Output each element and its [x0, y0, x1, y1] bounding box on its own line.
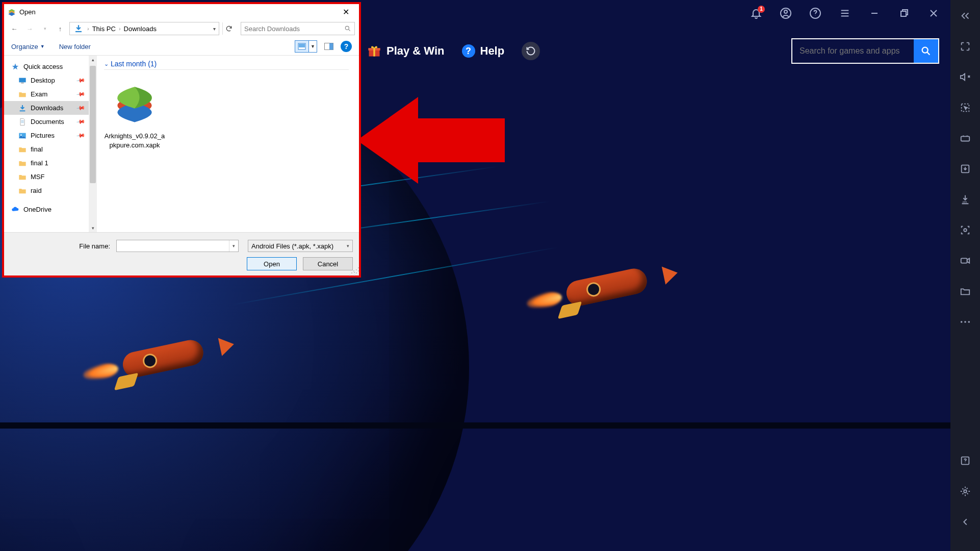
more-icon[interactable] [957, 313, 974, 331]
collapse-sidebar-icon[interactable] [957, 7, 974, 24]
app-search-input[interactable] [792, 39, 914, 63]
sidebar-help-icon[interactable] [957, 452, 974, 469]
rocket-decoration [531, 247, 672, 330]
refresh-button[interactable] [222, 22, 235, 35]
breadcrumb-dropdown[interactable]: ▾ [210, 26, 219, 32]
tree-desktop[interactable]: Desktop📌 [4, 73, 89, 87]
open-dialog-frame: Open ✕ ← → ▾ ↑ › This PC › Downloads ▾ O… [2, 2, 361, 278]
install-apk-icon[interactable] [957, 160, 974, 178]
file-open-dialog: Open ✕ ← → ▾ ↑ › This PC › Downloads ▾ O… [4, 4, 359, 276]
apk-install-icon[interactable]: APK [957, 191, 974, 208]
folder-icon [18, 173, 27, 181]
cancel-button[interactable]: Cancel [303, 257, 353, 270]
media-folder-icon[interactable] [957, 283, 974, 300]
dialog-search-input[interactable] [244, 25, 344, 33]
record-icon[interactable] [957, 252, 974, 269]
nav-up-button[interactable]: ↑ [54, 22, 66, 35]
tree-msf[interactable]: MSF [4, 170, 89, 184]
close-icon[interactable] [924, 4, 943, 23]
view-mode-selector[interactable]: ▼ [295, 40, 317, 53]
minimize-icon[interactable] [865, 4, 884, 23]
view-thumbnails-icon [295, 41, 308, 52]
file-item-arknights[interactable]: Arknights_v0.9.02_apkpure.com.xapk [104, 78, 165, 149]
organize-menu[interactable]: Organize ▼ [11, 43, 45, 51]
app-search [791, 38, 939, 64]
fullscreen-icon[interactable] [957, 38, 974, 55]
tree-quick-access[interactable]: Quick access [4, 60, 89, 73]
onedrive-icon [11, 206, 19, 214]
scroll-up-icon[interactable]: ▴ [89, 56, 97, 64]
file-pane: ⌄ Last month (1) Arknights_v0.9.02_apkpu… [97, 56, 359, 232]
dialog-close-button[interactable]: ✕ [336, 5, 356, 18]
tree-scrollbar[interactable]: ▴ ▾ [89, 56, 97, 232]
account-icon[interactable] [776, 4, 795, 23]
cursor-lock-icon[interactable] [957, 99, 974, 116]
folder-icon [18, 187, 27, 195]
breadcrumb-sep-icon: › [85, 26, 91, 32]
open-button[interactable]: Open [247, 257, 297, 270]
nav-forward-button: → [23, 22, 36, 35]
svg-point-10 [964, 490, 967, 493]
scroll-thumb[interactable] [90, 66, 96, 183]
dialog-body: Quick access Desktop📌 Exam📌 Downloads📌 D… [4, 55, 359, 232]
settings-gear-icon[interactable] [957, 483, 974, 500]
new-folder-button[interactable]: New folder [59, 43, 91, 51]
tree-onedrive[interactable]: OneDrive [4, 203, 89, 216]
svg-point-12 [784, 10, 787, 13]
file-type-filter[interactable]: Android Files (*.apk, *.xapk) ▾ [248, 240, 353, 252]
svg-point-20 [345, 26, 349, 30]
volume-mute-icon[interactable] [957, 68, 974, 86]
file-name-label: Arknights_v0.9.02_apkpure.com.xapk [104, 132, 165, 149]
search-icon [920, 45, 932, 57]
help-link[interactable]: ? Help [462, 44, 505, 58]
tree-documents[interactable]: Documents📌 [4, 115, 89, 129]
file-name-label: File name: [10, 242, 112, 250]
gift-icon [367, 44, 381, 58]
hamburger-menu-icon[interactable] [835, 4, 855, 23]
notifications-icon[interactable]: 1 [746, 4, 766, 23]
breadcrumb-downloads[interactable]: Downloads [123, 25, 158, 33]
tree-raid[interactable]: raid [4, 184, 89, 197]
search-button[interactable] [914, 39, 938, 63]
bluestacks-file-icon [110, 78, 159, 127]
view-dropdown-icon[interactable]: ▼ [308, 41, 317, 52]
pin-icon: 📌 [76, 103, 86, 113]
dialog-help-button[interactable]: ? [341, 41, 352, 52]
downloads-location-icon [74, 24, 83, 33]
tree-exam[interactable]: Exam📌 [4, 87, 89, 101]
screenshot-icon[interactable] [957, 221, 974, 239]
titlebar-help-icon[interactable] [806, 4, 825, 23]
play-win-label: Play & Win [386, 44, 445, 58]
pin-icon: 📌 [76, 89, 86, 99]
back-icon[interactable] [957, 513, 974, 531]
nav-recent-dropdown[interactable]: ▾ [39, 22, 51, 35]
resize-grip-icon[interactable]: ⋰⋰⋰ [349, 268, 358, 274]
keyboard-controls-icon[interactable] [957, 130, 974, 147]
nav-back-button[interactable]: ← [8, 22, 20, 35]
svg-rect-5 [961, 258, 967, 263]
breadcrumb-this-pc[interactable]: This PC [91, 25, 117, 33]
file-name-input[interactable] [117, 240, 229, 252]
tree-final1[interactable]: final 1 [4, 156, 89, 170]
play-and-win-link[interactable]: Play & Win [367, 44, 445, 58]
maximize-icon[interactable] [894, 4, 914, 23]
dialog-title: Open [19, 8, 336, 16]
group-header-last-month[interactable]: ⌄ Last month (1) [104, 60, 349, 70]
tree-pictures[interactable]: Pictures📌 [4, 129, 89, 142]
tree-downloads[interactable]: Downloads📌 [4, 101, 89, 115]
chevron-down-icon: ⌄ [104, 61, 109, 67]
svg-point-28 [20, 134, 22, 136]
filename-dropdown[interactable]: ▾ [229, 240, 238, 252]
svg-text:APK: APK [963, 201, 967, 204]
bluestacks-header: Play & Win ? Help [367, 37, 939, 65]
reload-button[interactable] [522, 42, 540, 60]
breadcrumb[interactable]: › This PC › Downloads ▾ [69, 22, 219, 35]
svg-point-6 [961, 321, 963, 323]
scroll-down-icon[interactable]: ▾ [89, 224, 97, 232]
file-name-combo: ▾ [116, 240, 239, 252]
bluestacks-titlebar: 1 [746, 0, 950, 27]
preview-pane-button[interactable] [322, 41, 336, 52]
breadcrumb-sep-icon: › [117, 26, 123, 32]
svg-point-18 [922, 47, 928, 53]
tree-final[interactable]: final [4, 142, 89, 156]
